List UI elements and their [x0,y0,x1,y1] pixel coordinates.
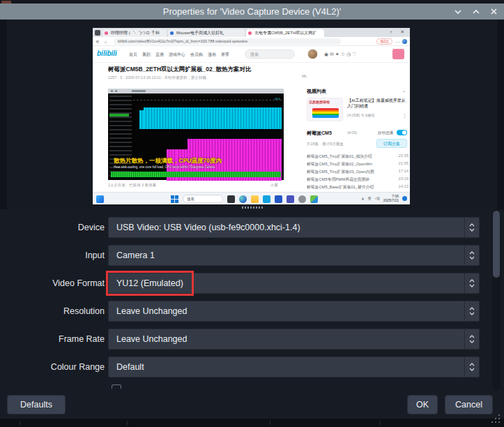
nav-item: 漫画 [208,52,216,58]
form-row-video-format: Video Format YU12 (Emulated) [0,273,504,294]
cyan-bar-band [144,107,282,129]
combo-spinner[interactable] [464,301,479,321]
store-icon [263,195,270,203]
subscribe-button: 订阅合集 [376,139,407,148]
shade-button[interactable] [455,9,461,15]
browser-addressbar: ⟲ ⌂ bilibili.com/video/BV1xx411c7mD?spm_… [93,37,410,46]
chart-grid-label: 60.0 [275,97,280,100]
input-label: Input [0,245,105,266]
ok-button[interactable]: OK [407,395,438,414]
playlist-card-title: 【AI工程笔记】海康威视开发从入门到精通 [347,98,406,110]
episode-title: 树莓派CM5_Tiny扩展板01_模块介绍 [307,153,389,160]
toggle-knob [402,130,406,135]
scrollbar-track[interactable] [492,209,501,391]
input-language-indicator: 英 [368,196,372,200]
preview-bottom-edge [93,204,410,206]
bili-message-button [392,49,404,59]
device-combobox[interactable]: USB Video: USB Video (usb-fe9c0000.xhci-… [108,217,480,238]
device-value: USB Video: USB Video (usb-fe9c0000.xhci-… [116,218,300,237]
combo-spinner[interactable] [464,357,479,377]
app-icon-dark [227,195,235,203]
resolution-value: Leave Unchanged [116,301,187,321]
clock-date: 2025/7/21 [383,198,399,202]
episode-time: 23:35 [398,153,408,158]
window-resize-grip[interactable] [490,414,501,424]
windows-taskbar: 搜索 ∧ 英 ◁)) 7:06 2025/7/21 [93,192,410,204]
colour-range-label: Colour Range [0,357,105,377]
resolution-combobox[interactable]: Leave Unchanged [108,301,480,322]
app-titlebar-icon [111,90,113,92]
sync-icon [298,195,306,203]
nav-item: 番剧 [142,52,151,58]
explorer-icon [251,195,259,203]
input-combobox[interactable]: Camera 1 [108,245,480,266]
preview-panel: 哔哩哔哩 (゜-゜)つロ 干杯 Mouser电子商城入驻好礼 充电专属CM5B_… [0,20,504,209]
widgets-icon [96,195,104,203]
watching-stats: 1人正在看 · 已装填 3 条弹幕 [108,183,156,188]
form-row-input: Input Camera 1 [0,245,504,266]
edge-copilot-icon [402,39,407,44]
episode-time: 14:13 [398,184,408,188]
dialog-button-bar: Defaults OK Cancel [0,391,504,419]
episode-title: 树莓派CM5专用PWM风扇全面测评 [307,177,389,183]
bili-logo: bilibili [97,50,117,57]
playlist-panel: 视频列表 ⌄ 信息教授课程 【AI工程笔记】海康威视开发从入门到精通 [共15课… [307,63,408,192]
browser-profile-icon [95,30,100,36]
combo-spinner[interactable] [464,246,479,265]
device-label: Device [0,217,105,238]
rainbow-graphic [312,108,339,118]
scrollbar-handle[interactable] [493,211,500,278]
properties-form: Device USB Video: USB Video (usb-fe9c000… [0,209,504,391]
tray-expand-icon: ∧ [361,196,364,201]
input-value: Camera 1 [116,246,155,265]
bili-header: bilibili 首页 番剧 直播 游戏中心 会员购 漫画 赛事 搜索 ◉ ✉ … [93,46,410,63]
form-row-device: Device USB Video: USB Video (usb-fe9c000… [0,217,504,238]
combo-spinner[interactable] [464,218,479,237]
captured-app-body: 60.0 散热片散热，一核满载，CPU温度70度内 Heat sink cool… [108,93,284,180]
app-titlebar-icon [115,90,117,92]
close-button[interactable] [491,8,497,15]
dialog-titlebar: Properties for 'Video Capture Device (V4… [0,3,504,20]
obs-properties-dialog: Properties for 'Video Capture Device (V4… [0,0,504,427]
playlist-thumbnail: 信息教授课程 [307,98,343,121]
video-player: 60.0 散热片散热，一核满载，CPU温度70度内 Heat sink cool… [108,89,284,180]
edge-icon [239,195,247,203]
episode-row: 树莓派CM5_Base扩展板01_硬件介绍 14:13 [307,184,408,192]
bili-nav: 首页 番剧 直播 游戏中心 会员购 漫画 赛事 [129,52,229,58]
defaults-button[interactable]: Defaults [7,395,66,414]
chevron-down-icon: ⌄ [402,88,406,93]
tab-label: 哔哩哔哩 (゜-゜)つロ 干杯 [111,31,160,35]
nav-item: 直播 [155,52,164,58]
nav-item: 会员购 [190,52,203,58]
bili-search-box: 搜索 [245,50,295,59]
nav-item: 首页 [129,52,137,58]
preview-resize-handle[interactable] [242,207,263,209]
colour-range-combobox[interactable]: Default [108,357,480,377]
frame-rate-value: Leave Unchanged [116,329,187,349]
login-pill: 领2元 [376,38,392,45]
strip-tick [270,421,270,425]
combo-spinner[interactable] [464,274,479,293]
cancel-button[interactable]: Cancel [445,395,493,414]
bili-page-body: 树莓派CM5B_2ETH双以太网扩展板_02_散热方案对比 1257 · 3 ·… [93,63,410,192]
panel-edge-left [0,20,7,209]
start-icon [171,195,178,203]
partial-checkbox[interactable] [112,384,121,389]
series-stats: 共15集 · 累计9万播放 [307,142,344,147]
episode-row: 树莓派CM5_Tiny扩展板02_OpenWrt 21:55 [307,161,408,169]
chart-gridline [133,100,282,100]
taskbar-search: 搜索 [183,195,223,203]
playlist-card-sub: [共15课] 专业教程 [347,113,403,117]
unshade-button[interactable] [473,9,480,15]
video-preview-frame: 哔哩哔哩 (゜-゜)つロ 干杯 Mouser电子商城入驻好礼 充电专属CM5B_… [93,28,410,206]
frame-rate-combobox[interactable]: Leave Unchanged [108,329,480,350]
video-format-label: Video Format [0,273,105,294]
video-caption: 散热片散热，一核满载，CPU温度70度内 [114,157,281,165]
episode-time: 21:55 [398,161,408,165]
combo-spinner[interactable] [464,329,479,349]
notification-badge [402,196,407,201]
form-row-colour-range: Colour Range Default [0,357,504,377]
url-field: bilibili.com/video/BV1xx411c7mD?spm_id_f… [114,38,341,45]
video-meta: 1257 · 3 · 2025-07-13 16:13:11 · 未经作者授权，… [108,75,296,80]
browser-window-controls: ＋ ✕ [388,29,407,36]
